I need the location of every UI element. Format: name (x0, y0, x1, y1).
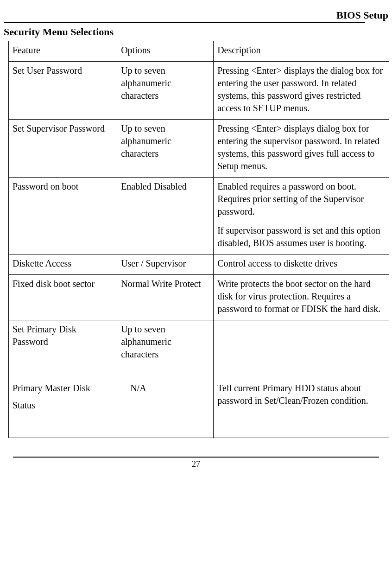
section-title: Security Menu Selections (4, 26, 388, 38)
cell-description: Control access to diskette drives (214, 255, 389, 275)
cell-description (214, 320, 389, 379)
desc-para-1: Enabled requires a password on boot. Req… (217, 180, 385, 218)
cell-feature: Primary Master Disk Status (9, 379, 117, 438)
header-rule (4, 22, 365, 23)
cell-options: Enabled Disabled (117, 178, 214, 255)
cell-description: Tell current Primary HDD status about pa… (214, 379, 389, 438)
cell-feature: Set Supervisor Password (9, 120, 117, 178)
desc-para-2: If supervisor password is set and this o… (217, 224, 385, 249)
cell-options: Normal Write Protect (117, 275, 214, 320)
col-header-feature: Feature (9, 41, 117, 62)
table-row: Set Primary Disk Password Up to seven al… (9, 320, 389, 379)
table-row: Set Supervisor Password Up to seven alph… (9, 120, 389, 178)
feature-line-2: Status (13, 399, 113, 412)
cell-feature: Diskette Access (9, 255, 117, 275)
table-row: Set User Password Up to seven alphanumer… (9, 62, 389, 120)
cell-feature: Set User Password (9, 62, 117, 120)
table-row: Primary Master Disk Status N/A Tell curr… (9, 379, 389, 438)
footer-rule (13, 457, 379, 458)
cell-feature: Password on boot (9, 178, 117, 255)
table-row: Password on boot Enabled Disabled Enable… (9, 178, 389, 255)
feature-line-1: Primary Master Disk (13, 382, 113, 394)
col-header-options: Options (117, 41, 214, 62)
page-number: 27 (4, 459, 388, 469)
cell-description: Enabled requires a password on boot. Req… (214, 178, 389, 255)
cell-options: Up to seven alphanumeric characters (117, 320, 214, 379)
cell-description: Pressing <Enter> displays the dialog box… (214, 62, 389, 120)
cell-feature: Fixed disk boot sector (9, 275, 117, 320)
page-header: BIOS Setup (4, 9, 388, 21)
cell-options: User / Supervisor (117, 255, 214, 275)
cell-feature: Set Primary Disk Password (9, 320, 117, 379)
table-row: Diskette Access User / Supervisor Contro… (9, 255, 389, 275)
cell-description: Pressing <Enter> displays dialog box for… (214, 120, 389, 178)
cell-options: Up to seven alphanumeric characters (117, 120, 214, 178)
cell-description: Write protects the boot sector on the ha… (214, 275, 389, 320)
col-header-description: Description (214, 41, 389, 62)
table-row: Fixed disk boot sector Normal Write Prot… (9, 275, 389, 320)
cell-options: N/A (117, 379, 214, 438)
cell-options: Up to seven alphanumeric characters (117, 62, 214, 120)
page-footer: 27 (4, 457, 388, 469)
security-menu-table: Feature Options Description Set User Pas… (8, 41, 389, 438)
table-header-row: Feature Options Description (9, 41, 389, 62)
